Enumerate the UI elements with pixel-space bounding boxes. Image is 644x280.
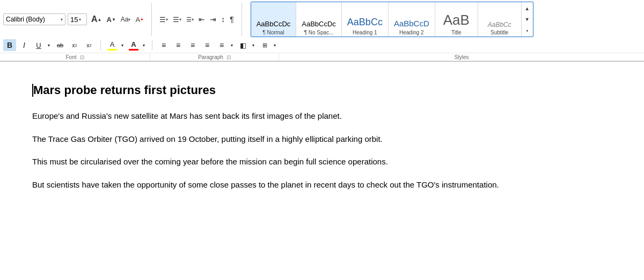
font-color-button[interactable]: A — [127, 39, 140, 51]
font-name-label: Calibri (Body) — [6, 16, 60, 23]
styles-list: AaBbCcDc ¶ Normal AaBbCcDc ¶ No Spac... … — [251, 2, 521, 37]
document-title: Mars probe returns first pictures — [32, 83, 612, 97]
font-name-select[interactable]: Calibri (Body) ▾ — [3, 13, 65, 25]
strikethrough-button[interactable]: ab — [54, 39, 67, 51]
underline-group: U ▾ — [32, 39, 52, 51]
style-title-preview: AaB — [443, 12, 470, 28]
italic-button[interactable]: I — [18, 39, 31, 51]
divider2 — [241, 3, 242, 36]
styles-more[interactable]: ⬥ — [523, 25, 532, 35]
document-paragraph-1[interactable]: Europe's and Russia's new satellite at M… — [32, 110, 612, 123]
document-paragraph-3[interactable]: This must be circularised over the comin… — [32, 156, 612, 168]
divider3 — [100, 40, 101, 50]
sort-button[interactable]: ↕ — [219, 13, 227, 26]
superscript-button[interactable]: x2 — [83, 39, 96, 51]
style-h1-label: Heading 1 — [353, 30, 377, 35]
bold-button[interactable]: B — [3, 39, 16, 51]
ribbon-row1: Calibri (Body) ▾ 15 ▾ A▲ A▼ Aa▾ A✦ ☰▾ — [0, 0, 644, 38]
increase-indent-button[interactable]: ⇥ — [208, 13, 218, 26]
style-subtitle-preview: AaBbCc — [488, 21, 511, 28]
line-spacing-group: ≡ ▾ — [215, 39, 235, 51]
justify-button[interactable]: ≡ — [201, 39, 214, 51]
highlight-color-bar — [107, 49, 117, 51]
numbering-button[interactable]: ☰▾ — [171, 13, 184, 26]
font-size-arrow: ▾ — [79, 17, 81, 22]
highlight-group: A ▾ — [106, 39, 126, 51]
style-subtitle-label: Subtitle — [491, 30, 508, 35]
font-shrink-button[interactable]: A▼ — [104, 13, 118, 26]
document-paragraph-2[interactable]: The Trace Gas Orbiter (TGO) arrived on 1… — [32, 133, 612, 146]
font-color-group: A ▾ — [127, 39, 147, 51]
styles-scroll-down[interactable]: ▼ — [523, 14, 532, 25]
style-normal-label: ¶ Normal — [262, 30, 284, 35]
highlight-button[interactable]: A — [106, 39, 119, 51]
style-heading1[interactable]: AaBbCc Heading 1 — [342, 2, 389, 37]
style-nospace-preview: AaBbCcDc — [302, 20, 336, 28]
style-h2-preview: AaBbCcD — [394, 19, 429, 28]
style-h2-label: Heading 2 — [399, 30, 424, 35]
ribbon: Calibri (Body) ▾ 15 ▾ A▲ A▼ Aa▾ A✦ ☰▾ — [0, 0, 644, 62]
styles-section: AaBbCcDc ¶ Normal AaBbCcDc ¶ No Spac... … — [251, 2, 533, 37]
style-title[interactable]: AaB Title — [435, 2, 478, 37]
align-center-button[interactable]: ≡ — [172, 39, 185, 51]
shading-group: ◧ ▾ — [237, 39, 257, 51]
align-left-button[interactable]: ≡ — [157, 39, 170, 51]
highlight-arrow[interactable]: ▾ — [119, 39, 126, 51]
font-size-select[interactable]: 15 ▾ — [68, 13, 87, 25]
paragraph-section-expand[interactable]: ⊡ — [226, 54, 231, 60]
font-section-expand[interactable]: ⊡ — [80, 54, 84, 60]
ribbon-row2: B I U ▾ ab x2 x2 A ▾ — [0, 38, 644, 53]
divider4 — [152, 40, 152, 50]
style-normal[interactable]: AaBbCcDc ¶ Normal — [251, 2, 297, 37]
line-spacing-arrow[interactable]: ▾ — [229, 39, 235, 51]
style-h1-preview: AaBbCc — [347, 17, 383, 28]
divider1 — [151, 3, 152, 36]
shading-arrow[interactable]: ▾ — [250, 39, 257, 51]
line-spacing-button[interactable]: ≡ — [215, 39, 228, 51]
show-marks-button[interactable]: ¶ — [228, 13, 236, 26]
styles-section-label: Styles — [454, 54, 469, 61]
align-right-button[interactable]: ≡ — [186, 39, 199, 51]
multilevel-list-button[interactable]: ☰▾ — [184, 13, 196, 26]
style-heading2[interactable]: AaBbCcD Heading 2 — [389, 2, 435, 37]
font-color-bar — [129, 49, 138, 51]
paragraph-section-label: Paragraph — [198, 54, 223, 61]
decrease-indent-button[interactable]: ⇤ — [196, 13, 207, 26]
ribbon-section-labels: Font ⊡ Paragraph ⊡ Styles — [0, 53, 644, 61]
shading-button[interactable]: ◧ — [237, 39, 250, 51]
style-subtitle[interactable]: AaBbCc Subtitle — [478, 2, 521, 37]
styles-scroll-up[interactable]: ▲ — [523, 3, 532, 14]
aa-button[interactable]: Aa▾ — [119, 13, 133, 26]
document-paragraph-4[interactable]: But scientists have taken the opportunit… — [32, 179, 612, 191]
font-size-controls: A▲ A▼ Aa▾ A✦ — [89, 13, 146, 26]
style-normal-preview: AaBbCcDc — [257, 20, 291, 28]
style-title-label: Title — [451, 30, 462, 35]
borders-button[interactable]: ⊞ — [258, 39, 271, 51]
underline-button[interactable]: U — [32, 39, 45, 51]
document-area: Mars probe returns first pictures Europe… — [0, 62, 644, 266]
style-nospace[interactable]: AaBbCcDc ¶ No Spac... — [296, 2, 342, 37]
para-controls-row1: ☰▾ ☰▾ ☰▾ ⇤ ⇥ ↕ ¶ — [157, 13, 236, 26]
font-color-arrow[interactable]: ▾ — [141, 39, 147, 51]
subscript-button[interactable]: x2 — [68, 39, 81, 51]
underline-arrow[interactable]: ▾ — [46, 39, 52, 51]
borders-arrow[interactable]: ▾ — [272, 39, 278, 51]
style-nospace-label: ¶ No Spac... — [304, 30, 334, 35]
font-size-label: 15 — [70, 16, 78, 24]
clear-format-button[interactable]: A✦ — [133, 13, 146, 26]
font-grow-button[interactable]: A▲ — [89, 13, 104, 26]
bullets-button[interactable]: ☰▾ — [157, 13, 170, 26]
font-section-label: Font — [65, 54, 76, 61]
borders-group: ⊞ ▾ — [258, 39, 278, 51]
font-name-arrow: ▾ — [61, 17, 63, 22]
